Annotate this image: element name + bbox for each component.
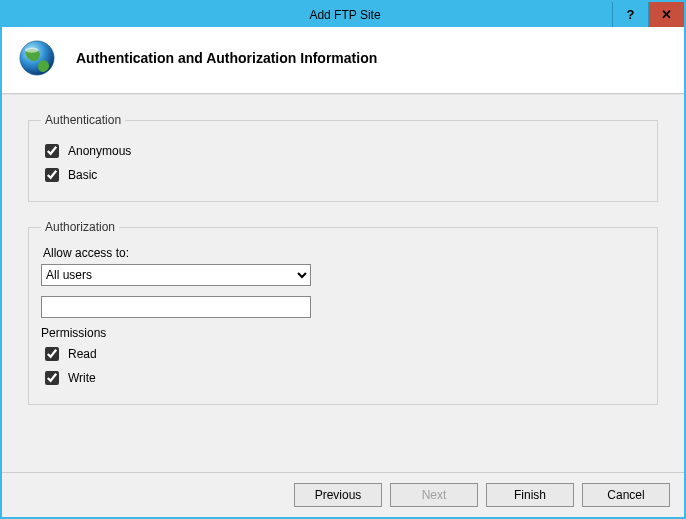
write-label: Write bbox=[68, 371, 96, 385]
page-header: Authentication and Authorization Informa… bbox=[2, 27, 684, 94]
finish-button[interactable]: Finish bbox=[486, 483, 574, 507]
dialog-window: Add FTP Site ? ✕ Authentication and Auth… bbox=[0, 0, 686, 519]
cancel-button[interactable]: Cancel bbox=[582, 483, 670, 507]
page-title: Authentication and Authorization Informa… bbox=[76, 50, 377, 66]
access-select[interactable]: All users bbox=[41, 264, 311, 286]
globe-icon bbox=[16, 37, 58, 79]
anonymous-label: Anonymous bbox=[68, 144, 131, 158]
previous-button[interactable]: Previous bbox=[294, 483, 382, 507]
read-checkbox[interactable] bbox=[45, 347, 59, 361]
permissions-label: Permissions bbox=[41, 326, 645, 340]
svg-point-1 bbox=[25, 48, 38, 53]
access-label: Allow access to: bbox=[43, 246, 645, 260]
help-button[interactable]: ? bbox=[612, 2, 648, 27]
basic-checkbox[interactable] bbox=[45, 168, 59, 182]
button-bar: Previous Next Finish Cancel bbox=[2, 472, 684, 517]
close-icon: ✕ bbox=[661, 7, 672, 22]
access-detail-input[interactable] bbox=[41, 296, 311, 318]
close-button[interactable]: ✕ bbox=[648, 2, 684, 27]
basic-checkbox-row[interactable]: Basic bbox=[41, 165, 645, 185]
read-checkbox-row[interactable]: Read bbox=[41, 344, 645, 364]
next-button[interactable]: Next bbox=[390, 483, 478, 507]
write-checkbox-row[interactable]: Write bbox=[41, 368, 645, 388]
authentication-legend: Authentication bbox=[41, 113, 125, 127]
authorization-group: Authorization Allow access to: All users… bbox=[28, 220, 658, 405]
basic-label: Basic bbox=[68, 168, 97, 182]
authorization-legend: Authorization bbox=[41, 220, 119, 234]
content-area: Authentication Anonymous Basic Authoriza… bbox=[2, 94, 684, 472]
write-checkbox[interactable] bbox=[45, 371, 59, 385]
read-label: Read bbox=[68, 347, 97, 361]
anonymous-checkbox-row[interactable]: Anonymous bbox=[41, 141, 645, 161]
titlebar: Add FTP Site ? ✕ bbox=[2, 2, 684, 27]
anonymous-checkbox[interactable] bbox=[45, 144, 59, 158]
authentication-group: Authentication Anonymous Basic bbox=[28, 113, 658, 202]
